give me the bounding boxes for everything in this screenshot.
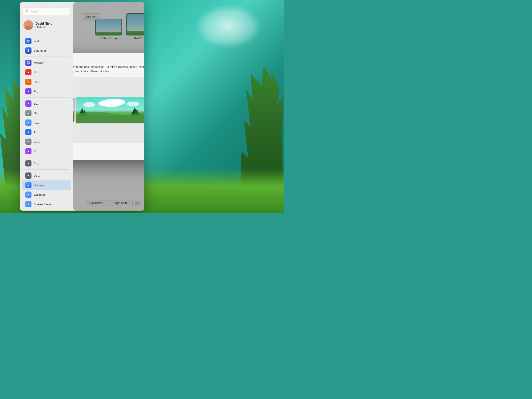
arrange-displays-modal: Arrange Displays To rearrange displays, … [73,53,144,160]
sidebar: David Nield Apple ID Wi-FiBluetoothNetwo… [20,2,73,211]
bluetooth-label: Bluetooth [34,49,46,52]
controlcenter-icon: ● [25,139,32,145]
window-content: David Nield Apple ID Wi-FiBluetoothNetwo… [20,2,144,211]
wifi-icon [25,38,32,44]
main-area: Arrange... Built-in Display BenQ EX2410R… [73,2,144,211]
appearance-icon: ● [25,120,32,126]
network-label: Network [34,61,44,64]
screensaver-icon: ● [25,201,32,207]
sidebar-item-wifi[interactable]: Wi-Fi [22,36,71,46]
user-profile[interactable]: David Nield Apple ID [20,18,73,33]
privacy-label: Pr... [34,162,39,165]
sidebar-item-siri[interactable]: ●Si... [22,146,71,156]
sidebar-item-notifications[interactable]: ●No... [22,68,71,77]
modal-display-right[interactable] [76,97,144,123]
sidebar-item-wallpaper[interactable]: ●Wallpaper [22,190,71,199]
controlcenter-label: Co... [34,140,40,143]
sidebar-item-appearance[interactable]: ●Ap... [22,118,71,127]
network-icon [25,60,32,66]
sidebar-divider [24,169,70,170]
siri-label: Si... [34,150,38,153]
sidebar-items-container: Wi-FiBluetoothNetwork●No...●So...●Fo...●… [20,36,73,211]
privacy-icon: ● [25,160,32,166]
sidebar-item-desktop[interactable]: ●De... [22,171,71,180]
sidebar-item-general[interactable]: ●Ge... [22,108,71,118]
sidebar-item-focus[interactable]: ●Fo... [22,87,71,96]
sidebar-item-controlcenter[interactable]: ●Co... [22,137,71,146]
system-preferences-window: David Nield Apple ID Wi-FiBluetoothNetwo… [20,2,144,211]
modal-canvas [73,77,144,143]
user-name: David Nield [35,22,52,25]
sidebar-item-sound[interactable]: ●So... [22,77,71,86]
appearance-label: Ap... [34,121,40,124]
notifications-icon: ● [25,69,32,75]
accessibility-icon: ● [25,129,32,135]
displays-icon: ● [25,182,32,188]
search-bar[interactable] [23,7,70,15]
sidebar-item-bluetooth[interactable]: Bluetooth [22,46,71,55]
sidebar-item-screensaver[interactable]: ●Screen Saver [22,200,71,209]
sound-icon: ● [25,79,32,85]
sidebar-item-displays[interactable]: ●Displays [22,180,71,190]
focus-icon: ● [25,88,32,95]
screentime-label: Sc... [34,102,39,105]
user-subtitle: Apple ID [35,25,52,28]
sidebar-item-privacy[interactable]: ●Pr... [22,159,71,168]
bluetooth-icon [25,47,32,54]
desktop-icon: ● [25,172,32,179]
siri-icon: ● [25,148,32,154]
accessibility-label: Ac... [34,131,39,134]
sidebar-item-screentime[interactable]: ●Sc... [22,99,71,108]
cloud-decoration [195,4,262,49]
avatar [24,20,33,30]
search-input[interactable] [30,10,68,13]
displays-label: Displays [34,184,44,187]
sidebar-divider [24,97,70,98]
focus-label: Fo... [34,90,39,93]
svg-point-14 [83,102,95,107]
wallpaper-icon: ● [25,191,32,198]
modal-display-left[interactable] [73,98,75,122]
modal-description: To rearrange displays, drag them to the … [73,65,144,73]
svg-line-1 [28,12,28,12]
svg-point-13 [98,101,111,106]
svg-point-12 [110,99,125,105]
divider [24,35,70,35]
svg-rect-20 [76,115,144,123]
general-label: Ge... [34,112,40,115]
sidebar-item-accessibility[interactable]: ●Ac... [22,127,71,137]
svg-point-15 [127,101,139,106]
sidebar-divider [24,57,70,57]
screensaver-label: Screen Saver [34,203,51,206]
general-icon: ● [25,110,32,116]
search-icon [25,9,29,13]
user-info: David Nield Apple ID [35,22,52,28]
notifications-label: No... [34,71,40,74]
sidebar-item-battery[interactable]: ●Battery [22,209,71,211]
sidebar-item-network[interactable]: Network [22,58,71,67]
svg-rect-9 [73,113,74,121]
modal-title: Arrange Displays [73,58,144,63]
sidebar-divider [24,157,70,157]
sound-label: So... [34,80,40,83]
desktop-label: De... [34,174,40,177]
screentime-icon: ● [25,101,32,107]
wallpaper-label: Wallpaper [34,193,47,196]
wifi-label: Wi-Fi [34,39,40,43]
